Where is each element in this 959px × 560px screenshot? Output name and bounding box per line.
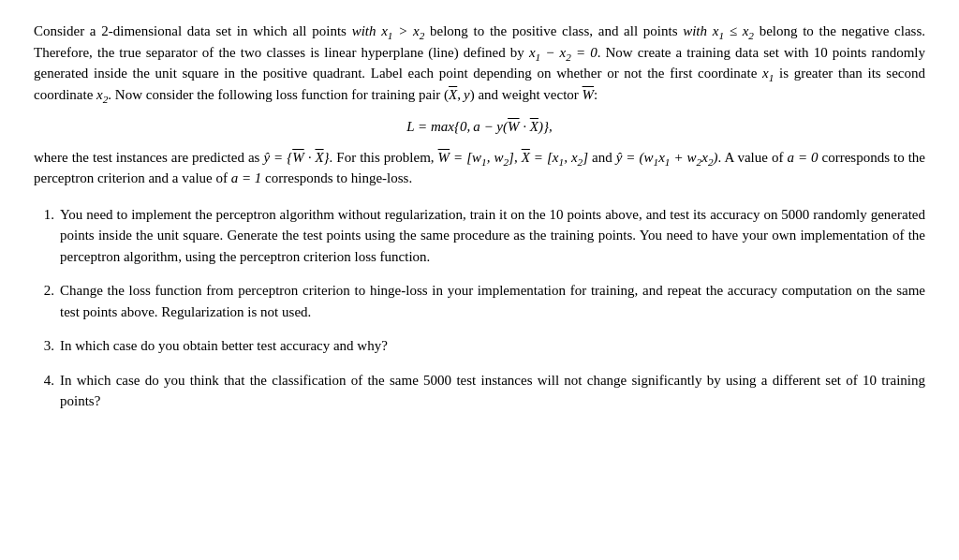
math-inline: X = [x1, x2] <box>522 150 588 165</box>
list-number: 1. <box>34 204 60 226</box>
math-inline: x1 <box>762 66 774 81</box>
where-paragraph: where the test instances are predicted a… <box>34 147 925 189</box>
list-number: 2. <box>34 280 60 302</box>
math-inline: ŷ = {W · X} <box>263 150 329 165</box>
list-item: 3. In which case do you obtain better te… <box>34 335 925 357</box>
intro-paragraph: Consider a 2-dimensional data set in whi… <box>34 21 925 105</box>
math-inline: x2 <box>96 87 108 102</box>
main-content: Consider a 2-dimensional data set in whi… <box>34 21 925 412</box>
list-content: Change the loss function from perceptron… <box>60 280 925 322</box>
math-inline: x1 − x2 = 0 <box>529 45 598 60</box>
math-inline: X <box>449 87 457 102</box>
math-inline: a = 1 <box>231 170 262 185</box>
question-list: 1. You need to implement the perceptron … <box>34 204 925 412</box>
math-inline: W = [w1, w2] <box>438 150 514 165</box>
list-item: 1. You need to implement the perceptron … <box>34 204 925 268</box>
math-inline: a = 0 <box>787 150 818 165</box>
list-item: 2. Change the loss function from percept… <box>34 280 925 322</box>
list-content: In which case do you think that the clas… <box>60 370 925 412</box>
list-number: 3. <box>34 335 60 357</box>
list-content: In which case do you obtain better test … <box>60 335 925 357</box>
list-content: You need to implement the perceptron alg… <box>60 204 925 268</box>
list-number: 4. <box>34 370 60 391</box>
list-item: 4. In which case do you think that the c… <box>34 370 925 412</box>
formula: L = max{0, a − y(W · X)}, <box>34 116 925 138</box>
math-inline: with x1 ≤ x2 <box>683 23 754 38</box>
math-inline: y <box>464 87 470 102</box>
math-inline: with x1 > x2 <box>352 23 425 38</box>
math-inline: W <box>583 87 595 102</box>
math-inline: ŷ = (w1x1 + w2x2) <box>616 150 718 165</box>
formula-text: L = max{0, a − y(W · X)}, <box>406 119 552 134</box>
